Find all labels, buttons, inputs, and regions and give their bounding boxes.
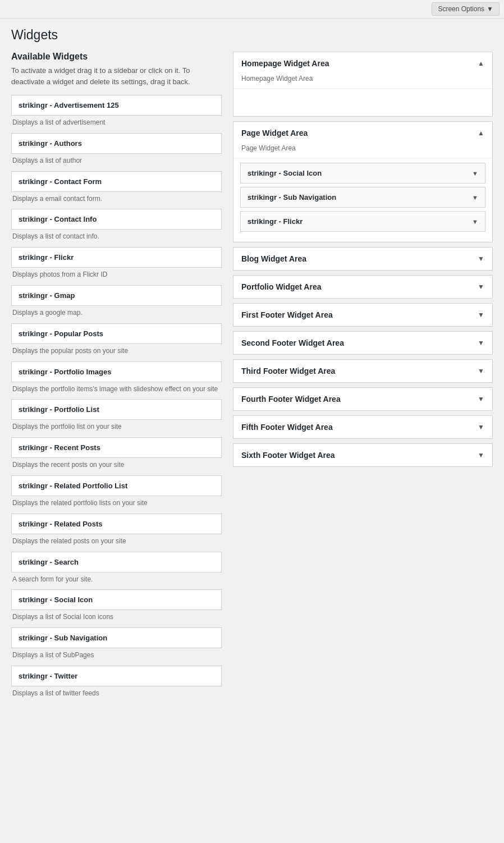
widget-area-header-fifth-footer[interactable]: Fifth Footer Widget Area▼: [233, 416, 492, 438]
available-widget-13[interactable]: strikingr - Social Icon: [11, 589, 222, 610]
widget-item-wrap: strikingr - Portfolio ListDisplays the p…: [11, 399, 222, 435]
widget-desc-9: Displays the recent posts on your site: [11, 458, 222, 473]
widget-item-wrap: strikingr - FlickrDisplays photos from a…: [11, 247, 222, 283]
available-widget-11[interactable]: strikingr - Related Posts: [11, 514, 222, 534]
widget-area-third-footer: Third Footer Widget Area▼: [233, 359, 493, 383]
sub-widget-page-1[interactable]: strikingr - Sub Navigation▼: [240, 187, 485, 208]
available-widgets-description: To activate a widget drag it to a sideba…: [11, 65, 222, 87]
widget-item-wrap: strikingr - Advertisement 125Displays a …: [11, 95, 222, 131]
widget-area-portfolio: Portfolio Widget Area▼: [233, 275, 493, 299]
widget-list: strikingr - Advertisement 125Displays a …: [11, 95, 222, 702]
widget-desc-7: Displays the portfolio items's image wit…: [11, 382, 222, 397]
widget-area-title-portfolio: Portfolio Widget Area: [241, 282, 321, 291]
widget-area-fifth-footer: Fifth Footer Widget Area▼: [233, 415, 493, 439]
widget-area-header-second-footer[interactable]: Second Footer Widget Area▼: [233, 332, 492, 354]
available-widget-3[interactable]: strikingr - Contact Info: [11, 209, 222, 230]
page-title: Widgets: [11, 28, 493, 43]
sub-widget-page-0[interactable]: strikingr - Social Icon▼: [240, 163, 485, 184]
widget-desc-2: Displays a email contact form.: [11, 192, 222, 207]
available-widget-2[interactable]: strikingr - Contact Form: [11, 171, 222, 192]
widget-area-list: Homepage Widget Area▲Homepage Widget Are…: [233, 52, 493, 467]
widget-item-wrap: strikingr - Related Portfolio ListDispla…: [11, 475, 222, 511]
widget-area-desc-page: Page Widget Area: [233, 144, 492, 158]
chevron-icon-fourth-footer: ▼: [478, 395, 484, 403]
widget-item-wrap: strikingr - Related PostsDisplays the re…: [11, 514, 222, 549]
widget-area-title-first-footer: First Footer Widget Area: [241, 310, 333, 319]
widget-desc-15: Displays a list of twitter feeds: [11, 686, 222, 702]
widget-area-body-homepage: [233, 88, 492, 116]
available-widget-4[interactable]: strikingr - Flickr: [11, 247, 222, 268]
widget-item-wrap: strikingr - Social IconDisplays a list o…: [11, 589, 222, 625]
widget-area-desc-homepage: Homepage Widget Area: [233, 75, 492, 88]
available-widget-1[interactable]: strikingr - Authors: [11, 133, 222, 154]
available-widgets-title: Available Widgets: [11, 52, 222, 62]
widget-item-wrap: strikingr - Portfolio ImagesDisplays the…: [11, 361, 222, 397]
widget-desc-1: Displays a list of author: [11, 154, 222, 169]
available-widget-15[interactable]: strikingr - Twitter: [11, 666, 222, 686]
chevron-icon-fifth-footer: ▼: [478, 423, 484, 431]
widget-area-title-sixth-footer: Sixth Footer Widget Area: [241, 451, 335, 460]
available-widget-6[interactable]: strikingr - Popular Posts: [11, 323, 222, 344]
widget-area-header-sixth-footer[interactable]: Sixth Footer Widget Area▼: [233, 444, 492, 466]
widget-item-wrap: strikingr - Contact FormDisplays a email…: [11, 171, 222, 207]
widget-item-wrap: strikingr - Popular PostsDisplays the po…: [11, 323, 222, 359]
widget-area-header-first-footer[interactable]: First Footer Widget Area▼: [233, 304, 492, 326]
widget-area-header-portfolio[interactable]: Portfolio Widget Area▼: [233, 276, 492, 298]
chevron-icon-third-footer: ▼: [478, 367, 484, 375]
widget-desc-13: Displays a list of Social Icon icons: [11, 610, 222, 625]
sub-widget-chevron-page-1: ▼: [472, 194, 478, 201]
widget-desc-12: A search form for your site.: [11, 572, 222, 588]
available-widget-8[interactable]: strikingr - Portfolio List: [11, 399, 222, 420]
widget-item-wrap: strikingr - AuthorsDisplays a list of au…: [11, 133, 222, 169]
page-content: Widgets Available Widgets To activate a …: [0, 19, 504, 713]
chevron-icon-page: ▲: [478, 129, 484, 137]
left-panel: Available Widgets To activate a widget d…: [11, 52, 222, 704]
widget-area-homepage: Homepage Widget Area▲Homepage Widget Are…: [233, 52, 493, 117]
available-widget-12[interactable]: strikingr - Search: [11, 552, 222, 572]
widget-item-wrap: strikingr - GmapDisplays a google map.: [11, 285, 222, 321]
top-bar: Screen Options ▼: [0, 0, 504, 19]
widget-area-blog: Blog Widget Area▼: [233, 247, 493, 271]
available-widget-9[interactable]: strikingr - Recent Posts: [11, 437, 222, 458]
available-widget-10[interactable]: strikingr - Related Portfolio List: [11, 475, 222, 496]
chevron-icon-portfolio: ▼: [478, 283, 484, 291]
sub-widget-chevron-page-2: ▼: [472, 218, 478, 225]
widget-area-page: Page Widget Area▲Page Widget Areastrikin…: [233, 121, 493, 242]
widget-area-title-page: Page Widget Area: [241, 129, 308, 138]
widget-area-title-homepage: Homepage Widget Area: [241, 59, 329, 68]
widget-item-wrap: strikingr - Contact InfoDisplays a list …: [11, 209, 222, 245]
sub-widget-page-2[interactable]: strikingr - Flickr▼: [240, 211, 485, 232]
available-widget-5[interactable]: strikingr - Gmap: [11, 285, 222, 306]
widget-area-first-footer: First Footer Widget Area▼: [233, 303, 493, 327]
available-widget-7[interactable]: strikingr - Portfolio Images: [11, 361, 222, 382]
widget-area-header-homepage[interactable]: Homepage Widget Area▲: [233, 52, 492, 75]
screen-options-button[interactable]: Screen Options ▼: [432, 2, 500, 16]
chevron-icon-homepage: ▲: [478, 59, 484, 67]
widget-area-header-third-footer[interactable]: Third Footer Widget Area▼: [233, 360, 492, 382]
widget-area-title-fifth-footer: Fifth Footer Widget Area: [241, 423, 333, 432]
chevron-icon-sixth-footer: ▼: [478, 451, 484, 459]
available-widget-14[interactable]: strikingr - Sub Navigation: [11, 627, 222, 648]
chevron-icon-first-footer: ▼: [478, 311, 484, 319]
widget-desc-4: Displays photos from a Flickr ID: [11, 268, 222, 283]
right-panel: Homepage Widget Area▲Homepage Widget Are…: [233, 52, 493, 471]
widget-desc-14: Displays a list of SubPages: [11, 648, 222, 663]
widget-area-header-fourth-footer[interactable]: Fourth Footer Widget Area▼: [233, 388, 492, 410]
widget-item-wrap: strikingr - Sub NavigationDisplays a lis…: [11, 627, 222, 663]
widget-area-header-page[interactable]: Page Widget Area▲: [233, 122, 492, 144]
widget-area-header-blog[interactable]: Blog Widget Area▼: [233, 248, 492, 270]
available-widget-0[interactable]: strikingr - Advertisement 125: [11, 95, 222, 116]
sub-widget-chevron-page-0: ▼: [472, 170, 478, 177]
widget-area-title-fourth-footer: Fourth Footer Widget Area: [241, 395, 341, 404]
widget-item-wrap: strikingr - TwitterDisplays a list of tw…: [11, 666, 222, 702]
widget-desc-6: Displays the popular posts on your site: [11, 344, 222, 359]
widget-item-wrap: strikingr - SearchA search form for your…: [11, 552, 222, 588]
screen-options-label: Screen Options: [438, 5, 484, 13]
main-layout: Available Widgets To activate a widget d…: [11, 52, 493, 704]
sub-widget-title-page-2: strikingr - Flickr: [248, 217, 303, 226]
widget-desc-11: Displays the related posts on your site: [11, 534, 222, 549]
widget-area-title-third-footer: Third Footer Widget Area: [241, 366, 335, 375]
widget-desc-10: Displays the related portfolio lists on …: [11, 496, 222, 511]
widget-area-body-page: strikingr - Social Icon▼strikingr - Sub …: [233, 158, 492, 242]
widget-desc-0: Displays a list of advertisement: [11, 116, 222, 131]
